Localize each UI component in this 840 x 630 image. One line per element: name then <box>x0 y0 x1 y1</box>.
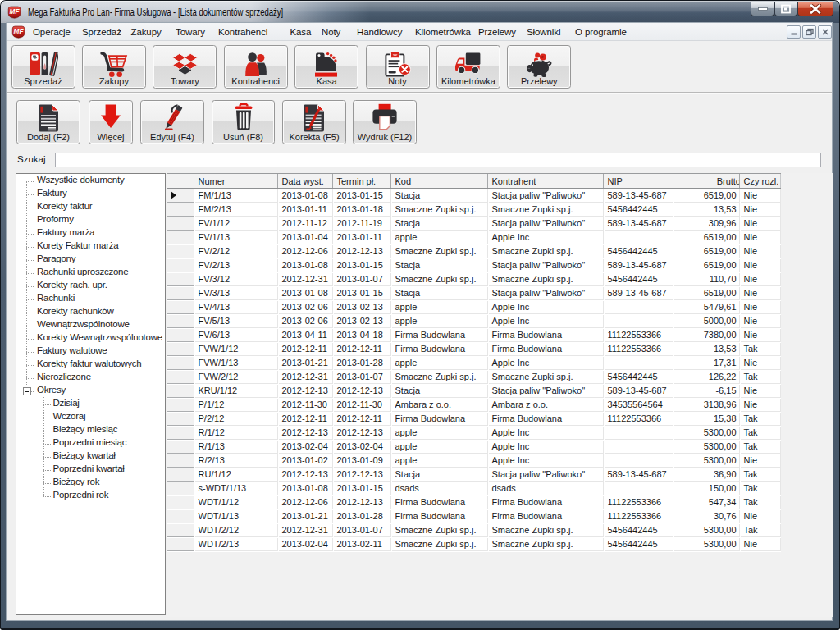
svg-text:MF: MF <box>10 8 21 16</box>
svg-text:MF: MF <box>14 28 25 35</box>
